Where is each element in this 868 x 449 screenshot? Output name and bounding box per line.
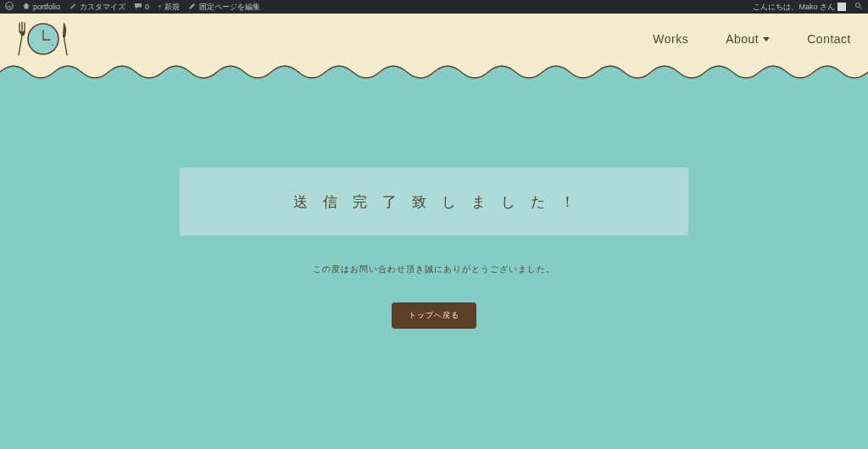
main-nav: Works About Contact xyxy=(653,32,851,46)
adminbar-customize-text: カスタマイズ xyxy=(80,0,125,14)
wave-divider xyxy=(0,64,868,91)
adminbar-new[interactable]: + 新規 xyxy=(158,0,180,14)
adminbar-comments[interactable]: 0 xyxy=(134,0,149,14)
adminbar-comments-count: 0 xyxy=(145,0,149,14)
svg-point-10 xyxy=(52,44,53,46)
comment-icon xyxy=(134,2,142,12)
adminbar-edit-page-text: 固定ページを編集 xyxy=(199,0,260,14)
nav-works[interactable]: Works xyxy=(653,32,688,46)
chevron-down-icon xyxy=(763,37,770,42)
adminbar-edit-page[interactable]: 固定ページを編集 xyxy=(188,0,260,14)
home-icon xyxy=(22,2,31,12)
nav-about[interactable]: About xyxy=(726,32,770,46)
adminbar-right: こんにちは、Mako さん xyxy=(753,0,863,14)
wp-admin-bar: portfolio カスタマイズ 0 + 新規 固定ページを編集 こんにちは、 xyxy=(0,0,868,14)
page-title: 送信完了致しました！ xyxy=(293,192,590,212)
pencil-icon xyxy=(188,2,197,12)
avatar-icon xyxy=(837,3,846,11)
nav-about-label: About xyxy=(726,32,759,46)
search-icon xyxy=(854,2,863,12)
wordpress-icon xyxy=(5,2,14,12)
adminbar-sitename-text: portfolio xyxy=(33,0,60,14)
wp-logo[interactable] xyxy=(5,2,14,12)
site-logo[interactable] xyxy=(12,19,71,59)
adminbar-left: portfolio カスタマイズ 0 + 新規 固定ページを編集 xyxy=(5,0,260,14)
adminbar-greeting[interactable]: こんにちは、Mako さん xyxy=(753,0,846,14)
adminbar-sitename[interactable]: portfolio xyxy=(22,0,60,14)
back-to-top-button[interactable]: トップへ戻る xyxy=(392,302,476,329)
adminbar-customize[interactable]: カスタマイズ xyxy=(69,0,125,14)
thanks-text: この度はお問い合わせ頂き誠にありがとうございました。 xyxy=(313,263,555,275)
plus-icon: + xyxy=(158,3,162,11)
svg-line-6 xyxy=(19,36,22,55)
adminbar-greeting-text: こんにちは、Mako さん xyxy=(753,0,835,14)
adminbar-new-text: 新規 xyxy=(164,0,180,14)
svg-point-1 xyxy=(856,3,860,8)
nav-works-label: Works xyxy=(653,32,688,46)
logo-icon xyxy=(12,19,71,59)
svg-line-11 xyxy=(64,37,68,55)
nav-contact-label: Contact xyxy=(807,32,851,46)
page-title-box: 送信完了致しました！ xyxy=(180,168,688,236)
svg-line-2 xyxy=(860,7,862,9)
nav-contact[interactable]: Contact xyxy=(807,32,851,46)
adminbar-search[interactable] xyxy=(854,2,863,12)
brush-icon xyxy=(69,2,77,12)
main-content: 送信完了致しました！ この度はお問い合わせ頂き誠にありがとうございました。 トッ… xyxy=(0,91,868,329)
site-header: Works About Contact xyxy=(0,14,868,64)
